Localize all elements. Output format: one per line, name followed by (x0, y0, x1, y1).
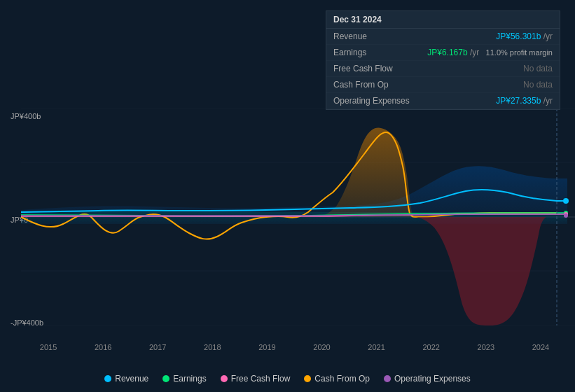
x-label-2019: 2019 (258, 343, 275, 351)
tooltip-label-revenue: Revenue (333, 31, 417, 41)
legend-opex: Operating Expenses (384, 374, 471, 384)
tooltip-row-earnings: Earnings JP¥6.167b /yr 11.0% profit marg… (326, 45, 560, 61)
legend-dot-revenue (104, 375, 111, 382)
x-label-2020: 2020 (313, 343, 330, 351)
tooltip-label-opex: Operating Expenses (333, 96, 417, 106)
x-axis: 2015 2016 2017 2018 2019 2020 2021 2022 … (21, 343, 568, 351)
tooltip-value-revenue: JP¥56.301b /yr (496, 31, 553, 41)
legend-dot-opex (384, 375, 391, 382)
tooltip-value-cfo: No data (523, 80, 553, 90)
tooltip-panel: Dec 31 2024 Revenue JP¥56.301b /yr Earni… (326, 10, 560, 110)
legend-label-earnings: Earnings (173, 374, 206, 384)
tooltip-row-revenue: Revenue JP¥56.301b /yr (326, 29, 560, 45)
legend-label-revenue: Revenue (115, 374, 148, 384)
tooltip-row-cfo: Cash From Op No data (326, 77, 560, 93)
legend-fcf: Free Cash Flow (221, 374, 291, 384)
legend-revenue: Revenue (104, 374, 148, 384)
legend-dot-fcf (221, 375, 228, 382)
tooltip-label-fcf: Free Cash Flow (333, 64, 417, 74)
tooltip-date: Dec 31 2024 (326, 11, 560, 29)
tooltip-label-earnings: Earnings (333, 48, 417, 57)
chart-legend: Revenue Earnings Free Cash Flow Cash Fro… (0, 374, 575, 384)
tooltip-value-fcf: No data (523, 64, 553, 74)
legend-dot-earnings (162, 375, 169, 382)
x-label-2023: 2023 (478, 343, 494, 351)
legend-label-fcf: Free Cash Flow (231, 374, 291, 384)
svg-point-5 (563, 198, 569, 204)
legend-label-cfo: Cash From Op (314, 374, 370, 384)
x-label-2015: 2015 (40, 343, 57, 351)
tooltip-row-fcf: Free Cash Flow No data (326, 61, 560, 77)
legend-earnings: Earnings (162, 374, 206, 384)
tooltip-value-earnings: JP¥6.167b /yr 11.0% profit margin (427, 48, 553, 57)
tooltip-label-cfo: Cash From Op (333, 80, 417, 90)
legend-dot-cfo (304, 375, 311, 382)
x-label-2018: 2018 (204, 343, 221, 351)
tooltip-value-opex: JP¥27.335b /yr (496, 96, 553, 106)
x-label-2022: 2022 (422, 343, 439, 351)
svg-point-8 (564, 214, 568, 218)
x-label-2024: 2024 (532, 343, 549, 351)
x-label-2016: 2016 (95, 343, 111, 351)
legend-cfo: Cash From Op (304, 374, 370, 384)
legend-label-opex: Operating Expenses (394, 374, 471, 384)
x-label-2021: 2021 (368, 343, 385, 351)
x-label-2017: 2017 (149, 343, 166, 351)
chart-svg (0, 108, 575, 326)
tooltip-row-opex: Operating Expenses JP¥27.335b /yr (326, 93, 560, 109)
